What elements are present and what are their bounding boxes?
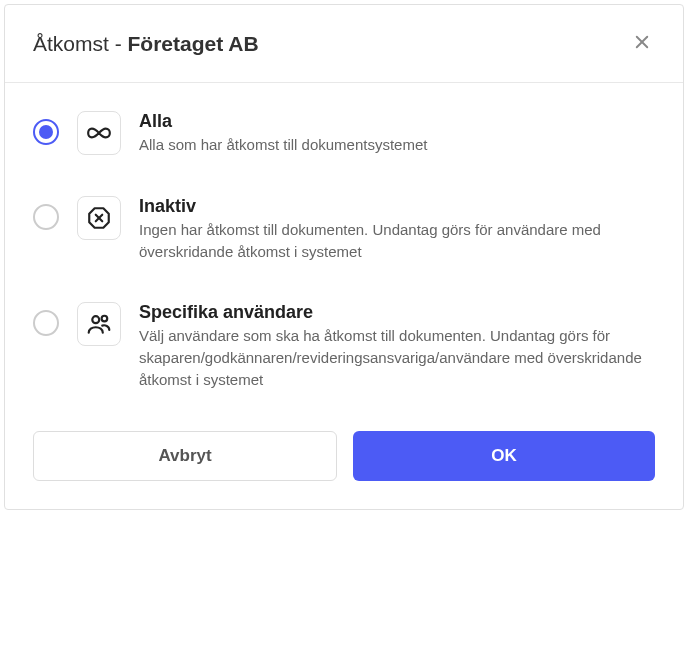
close-button[interactable] <box>629 29 655 58</box>
option-all-description: Alla som har åtkomst till dokumentsystem… <box>139 134 655 156</box>
option-all-title: Alla <box>139 111 655 132</box>
dialog-footer: Avbryt OK <box>5 431 683 509</box>
svg-point-6 <box>102 316 108 322</box>
svg-point-5 <box>92 316 99 323</box>
ok-button[interactable]: OK <box>353 431 655 481</box>
option-inactive[interactable]: Inaktiv Ingen har åtkomst till dokumente… <box>33 196 655 263</box>
option-all-text: Alla Alla som har åtkomst till dokuments… <box>139 111 655 156</box>
users-icon <box>77 302 121 346</box>
infinity-icon <box>77 111 121 155</box>
blocked-icon <box>77 196 121 240</box>
option-specific[interactable]: Specifika användare Välj användare som s… <box>33 302 655 390</box>
radio-inactive[interactable] <box>33 204 59 230</box>
title-company: Företaget AB <box>128 32 259 55</box>
cancel-button[interactable]: Avbryt <box>33 431 337 481</box>
access-dialog: Åtkomst - Företaget AB Alla Alla som har… <box>4 4 684 510</box>
dialog-header: Åtkomst - Företaget AB <box>5 5 683 83</box>
dialog-title: Åtkomst - Företaget AB <box>33 32 259 56</box>
option-all[interactable]: Alla Alla som har åtkomst till dokuments… <box>33 111 655 156</box>
close-icon <box>633 33 651 54</box>
radio-specific[interactable] <box>33 310 59 336</box>
option-specific-description: Välj användare som ska ha åtkomst till d… <box>139 325 655 390</box>
option-specific-title: Specifika användare <box>139 302 655 323</box>
option-specific-text: Specifika användare Välj användare som s… <box>139 302 655 390</box>
option-inactive-text: Inaktiv Ingen har åtkomst till dokumente… <box>139 196 655 263</box>
radio-all[interactable] <box>33 119 59 145</box>
option-inactive-description: Ingen har åtkomst till dokumenten. Undan… <box>139 219 655 263</box>
option-inactive-title: Inaktiv <box>139 196 655 217</box>
dialog-body: Alla Alla som har åtkomst till dokuments… <box>5 83 683 431</box>
title-prefix: Åtkomst - <box>33 32 128 55</box>
